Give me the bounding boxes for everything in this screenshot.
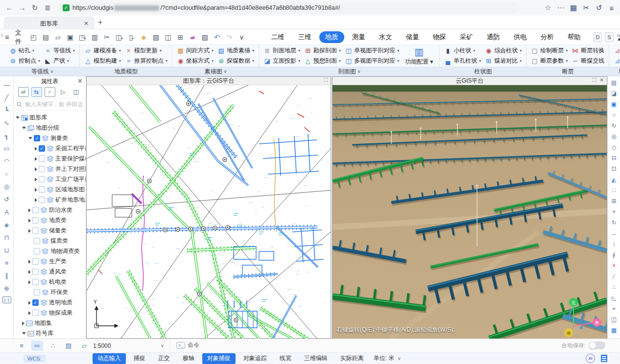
reselect-icon[interactable]: ↻	[609, 120, 619, 131]
checkbox-filter-icon[interactable]: ✓	[45, 87, 55, 97]
find-icon[interactable]: ◎	[609, 131, 619, 142]
undo-history-icon[interactable]: ↺	[593, 3, 605, 12]
expander-icon[interactable]	[28, 137, 32, 139]
hatch-pen-icon[interactable]: ▧	[150, 33, 162, 41]
measure-coil-icon[interactable]: ∮	[609, 250, 619, 260]
move-icon[interactable]: +	[609, 206, 619, 217]
layer-checkbox[interactable]	[39, 166, 45, 172]
ribbon-button-剖面地层[interactable]: ≣剖面地层▾	[263, 46, 300, 55]
toggle-动态输入[interactable]: 动态输入	[93, 353, 126, 364]
expander-icon[interactable]	[28, 260, 31, 264]
expander-icon[interactable]	[28, 311, 31, 315]
panel-close-icon[interactable]: ✕	[77, 77, 83, 85]
new-file-icon[interactable]: ◰	[27, 33, 40, 41]
apps-grid-icon[interactable]: ▦	[567, 3, 580, 12]
clipboard-icon[interactable]	[601, 355, 607, 362]
open-folder-icon[interactable]: ▱	[52, 33, 64, 41]
ribbon-button-推算控制点[interactable]: ≈推算控制点▾	[125, 56, 167, 66]
tree-item-地图集[interactable]: 地图集	[14, 318, 86, 328]
tree-item-生产类[interactable]: 生产类	[14, 256, 86, 267]
maximize-3d-icon[interactable]: ⛶	[593, 77, 596, 83]
toggle-实际距离[interactable]: 实际距离	[335, 353, 369, 364]
menu-tab-二维[interactable]: 二维	[265, 31, 290, 43]
ribbon-button-钻孔[interactable]: ◍钻孔▾	[9, 46, 40, 55]
box-select-icon[interactable]: ▣	[609, 99, 619, 110]
tree-item-透明地质[interactable]: ✓透明地质	[14, 297, 86, 308]
snip-icon[interactable]: ✂	[580, 3, 593, 12]
rotate-icon[interactable]: ↻	[609, 217, 619, 228]
scale-select[interactable]: 1:5000 ∨	[87, 339, 170, 352]
expander-icon[interactable]	[28, 301, 31, 305]
topology-icon[interactable]: ∴	[47, 341, 59, 351]
undo-icon[interactable]: ↶	[211, 33, 223, 41]
ribbon-button-单孔柱状[interactable]: ▄单孔柱状▾	[444, 56, 481, 66]
layer-checkbox[interactable]	[34, 248, 40, 254]
tree-item-地质类[interactable]: 地质类	[14, 215, 86, 226]
hatch-dark-icon[interactable]: ▨	[199, 33, 211, 41]
ribbon-scroll-right-icon[interactable]: ›	[617, 31, 619, 39]
menu-tab-通防[interactable]: 通防	[481, 31, 506, 43]
s-button[interactable]: S	[605, 32, 613, 42]
cloud-tool-icon[interactable]: ↺	[1, 193, 12, 205]
search-input[interactable]	[24, 101, 84, 108]
file-edit-icon[interactable]: ▤	[40, 33, 52, 41]
menu-tab-物探[interactable]: 物探	[427, 31, 452, 43]
tree-item-工业广场平面图[interactable]: 工业广场平面图	[14, 174, 86, 184]
ribbon-button-模型更新[interactable]: ×模型更新▾	[125, 46, 167, 55]
menu-tab-三维[interactable]: 三维	[292, 31, 317, 43]
image-settings-icon[interactable]: ◪	[609, 88, 619, 99]
menu-tab-地质[interactable]: 地质	[319, 31, 344, 43]
cut-icon[interactable]: ✂	[101, 33, 113, 41]
blocks-icon[interactable]: ⊞	[609, 196, 619, 206]
line-tool-icon[interactable]: ╱	[1, 91, 12, 104]
ellipse-tool-icon[interactable]: ◎	[1, 180, 12, 193]
polyline-tool-icon[interactable]: ┗	[1, 104, 12, 116]
print-icon[interactable]: ▥	[89, 33, 101, 41]
filter-all-icon[interactable]: all	[18, 87, 29, 97]
ribbon-button-坐标方式[interactable]: ◉坐标方式▾	[177, 56, 214, 66]
expander-icon[interactable]	[28, 280, 31, 284]
tree-view-icon[interactable]: ≔	[31, 341, 43, 351]
forward-icon[interactable]: →	[16, 3, 28, 12]
arc-tool-icon[interactable]: ◠	[1, 155, 12, 167]
expander-icon[interactable]	[35, 147, 37, 151]
layer-checkbox[interactable]	[39, 197, 45, 203]
attribute-table-icon[interactable]: ▤	[609, 77, 619, 88]
scene-3d-canvas[interactable]: 北东南	[333, 85, 607, 339]
band-label-地质模型[interactable]: 地质模型	[80, 67, 172, 76]
tree-item-环保类[interactable]: 环保类	[14, 287, 86, 297]
layer-checkbox[interactable]	[32, 279, 39, 285]
grid-window-icon[interactable]: ◫	[162, 33, 174, 41]
maximize-icon[interactable]: ⛶	[324, 77, 328, 83]
polygon-clip-icon[interactable]: ◺	[609, 293, 619, 303]
layer-checkbox[interactable]: ✓	[32, 299, 39, 306]
new-tab-icon[interactable]: +	[98, 18, 102, 27]
save-icon[interactable]: ▣	[64, 33, 76, 41]
expander-icon[interactable]	[35, 178, 37, 182]
erase-box-icon[interactable]: ⊡	[609, 163, 619, 174]
spline-tool-icon[interactable]: ∿	[1, 116, 12, 129]
ribbon-scroll-left-icon[interactable]: ‹	[1, 31, 3, 39]
command-input[interactable]: >_ 命令	[176, 341, 199, 349]
expander-icon[interactable]	[28, 208, 31, 212]
layers-icon[interactable]: ◈	[138, 33, 150, 41]
close-3d-icon[interactable]: ✕	[600, 77, 604, 83]
tree-item-矿井地形地质图[interactable]: 矿井地形地质图	[14, 195, 86, 205]
app-menu-icon[interactable]: ≡	[5, 33, 9, 41]
tree-item-测量类[interactable]: ✓测量类	[14, 133, 86, 143]
copy-icon[interactable]: ◫▾	[113, 33, 125, 41]
url-bar[interactable]: ✓ https://cloudgis/?cmd=cloudfile&param=…	[58, 2, 520, 13]
menu-tab-水文[interactable]: 水文	[373, 31, 398, 43]
stretch-h-icon[interactable]: ↔	[609, 228, 619, 239]
tree-item-采掘工程平面图[interactable]: ✓采掘工程平面图	[14, 143, 86, 154]
layer-checkbox[interactable]	[32, 258, 39, 265]
expander-icon[interactable]	[28, 219, 31, 223]
align-middle-icon[interactable]: ≡	[1, 256, 12, 269]
expander-icon[interactable]	[35, 167, 37, 171]
link-select-icon[interactable]: ⇆	[31, 87, 42, 97]
band-label-地质预报[interactable]: 地质预报	[609, 67, 620, 76]
rectangle-tool-icon[interactable]: ▭	[1, 142, 12, 155]
ribbon-button-探煤数据[interactable]: ⊛探煤数据▾	[217, 56, 254, 66]
tree-item-物探成果[interactable]: 物探成果	[14, 308, 86, 318]
toggle-对象捕捉[interactable]: 对象捕捉	[202, 353, 236, 364]
